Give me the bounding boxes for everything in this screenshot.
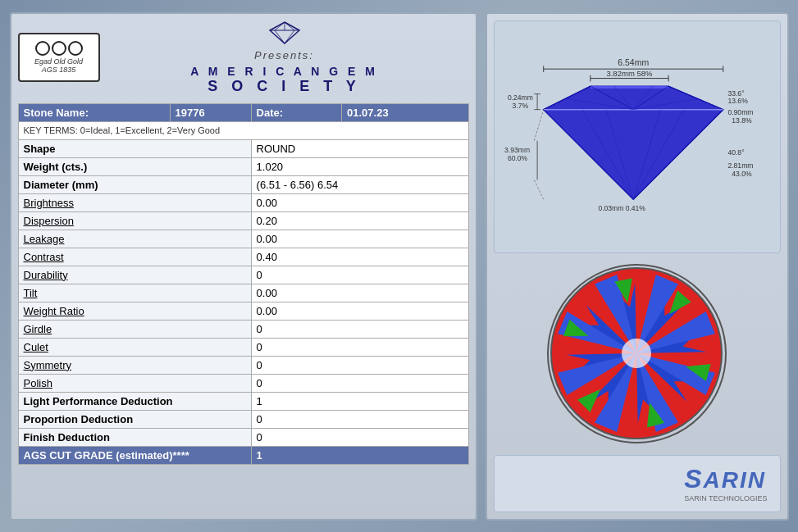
row-value: 0.00 [251,302,468,320]
row-value: 1.020 [251,157,468,175]
table-row: AGS CUT GRADE (estimated)****1 [18,446,468,464]
table-row: Tilt0.00 [18,284,468,302]
diamond-diagram: 6.54mm 3.82mm 58% [494,20,781,253]
left-panel: Egad Old GoldAGS 1835 Presents: A M E R … [10,12,477,521]
table-header-row: Stone Name: 19776 Date: 01.07.23 [18,103,468,121]
svg-line-46 [534,180,543,199]
row-value: 0 [251,338,468,356]
logo-circle-2 [52,41,66,56]
stone-name-value: 19776 [170,103,251,121]
row-value: 0 [251,374,468,392]
row-label: Weight (cts.) [18,157,251,175]
sarin-name: SARIN [684,464,767,494]
logo-circle-1 [35,41,50,56]
diamond-icon [268,20,301,45]
logo-circle-3 [68,41,83,56]
table-row: Culet0 [18,338,468,356]
row-value: 0.00 [251,284,468,302]
row-value: 0 [251,320,468,338]
svg-text:3.82mm 58%: 3.82mm 58% [606,68,653,77]
row-label: Durability [18,266,251,284]
key-terms-row: KEY TERMS: 0=Ideal, 1=Excellent, 2=Very … [18,121,468,139]
row-value: 0 [251,428,468,446]
table-row: Proportion Deduction0 [18,410,468,428]
svg-text:33.6°: 33.6° [727,89,744,97]
svg-line-45 [534,109,543,140]
svg-text:2.81mm: 2.81mm [727,161,753,170]
row-value: (6.51 - 6.56) 6.54 [251,175,468,193]
table-row: Contrast0.40 [18,248,468,266]
row-label: Weight Ratio [18,302,251,320]
svg-rect-16 [590,86,668,89]
row-value: 1 [251,392,468,410]
row-value: 0.00 [251,230,468,248]
svg-text:3.93mm: 3.93mm [504,146,530,154]
row-value: 0 [251,410,468,428]
key-terms-text: KEY TERMS: 0=Ideal, 1=Excellent, 2=Very … [18,121,468,139]
pavilion-pattern [547,264,727,443]
row-label: Tilt [18,284,251,302]
table-row: Weight Ratio0.00 [18,302,468,320]
ags-line2: S O C I E T Y [207,78,361,95]
sarin-brand: SARIN SARIN TECHNOLOGIES [494,455,781,512]
row-label: Diameter (mm) [18,175,251,193]
row-label: Finish Deduction [18,428,251,446]
date-label: Date: [251,103,341,121]
svg-text:43.0%: 43.0% [732,169,752,177]
row-label: Culet [18,338,251,356]
ags-line1: A M E R I C A N G E M [190,65,378,78]
svg-text:13.8%: 13.8% [732,116,752,124]
right-panel: 6.54mm 3.82mm 58% [486,12,789,521]
stone-name-label: Stone Name: [18,103,170,121]
svg-text:0.03mm 0.41%: 0.03mm 0.41% [598,204,645,212]
sarin-sub: SARIN TECHNOLOGIES [684,494,767,502]
table-row: Durability0 [18,266,468,284]
row-value: 0.00 [251,193,468,211]
row-label: Shape [18,139,251,157]
table-row: Weight (cts.)1.020 [18,157,468,175]
svg-text:3.7%: 3.7% [512,101,528,109]
svg-marker-15 [543,86,723,199]
table-row: Symmetry0 [18,356,468,374]
svg-text:13.6%: 13.6% [727,97,748,105]
table-row: Leakage0.00 [18,230,468,248]
row-label: Leakage [18,230,251,248]
row-value: 0 [251,266,468,284]
svg-text:0.24mm: 0.24mm [507,93,532,102]
row-label: Contrast [18,248,251,266]
table-row: Light Performance Deduction1 [18,392,468,410]
diamond-diagram-svg: 6.54mm 3.82mm 58% [498,55,777,219]
row-label: Dispersion [18,211,251,230]
date-value: 01.07.23 [342,103,468,121]
row-label: Proportion Deduction [18,410,251,428]
table-row: Girdle0 [18,320,468,338]
table-row: Polish0 [18,374,468,392]
row-label: Light Performance Deduction [18,392,251,410]
table-row: ShapeROUND [18,139,468,157]
data-table: Stone Name: 19776 Date: 01.07.23 KEY TER… [18,103,469,465]
row-value: 0.40 [251,248,468,266]
svg-text:60.0%: 60.0% [507,153,527,161]
svg-line-4 [275,30,285,43]
row-label: AGS CUT GRADE (estimated)**** [18,446,251,464]
table-row: Diameter (mm)(6.51 - 6.56) 6.54 [18,175,468,193]
table-row: Dispersion0.20 [18,211,468,230]
svg-line-5 [285,30,294,43]
ags-title: A M E R I C A N G E M S O C I E T Y [108,65,461,95]
row-value: 0.20 [251,211,468,230]
svg-text:6.54mm: 6.54mm [618,58,649,67]
table-row: Finish Deduction0 [18,428,468,446]
row-label: Brightness [18,193,251,211]
row-label: Girdle [18,320,251,338]
svg-text:40.8°: 40.8° [727,148,744,156]
row-label: Symmetry [18,356,251,374]
row-value: 1 [251,446,468,464]
row-label: Polish [18,374,251,392]
svg-text:0.90mm: 0.90mm [727,108,753,116]
row-value: 0 [251,356,468,374]
header-area: Egad Old GoldAGS 1835 Presents: A M E R … [18,20,469,98]
logo-box: Egad Old GoldAGS 1835 [18,33,100,82]
table-row: Brightness0.00 [18,193,468,211]
logo-text: Egad Old GoldAGS 1835 [34,57,83,74]
center-header: Presents: A M E R I C A N G E M S O C I … [108,20,461,95]
